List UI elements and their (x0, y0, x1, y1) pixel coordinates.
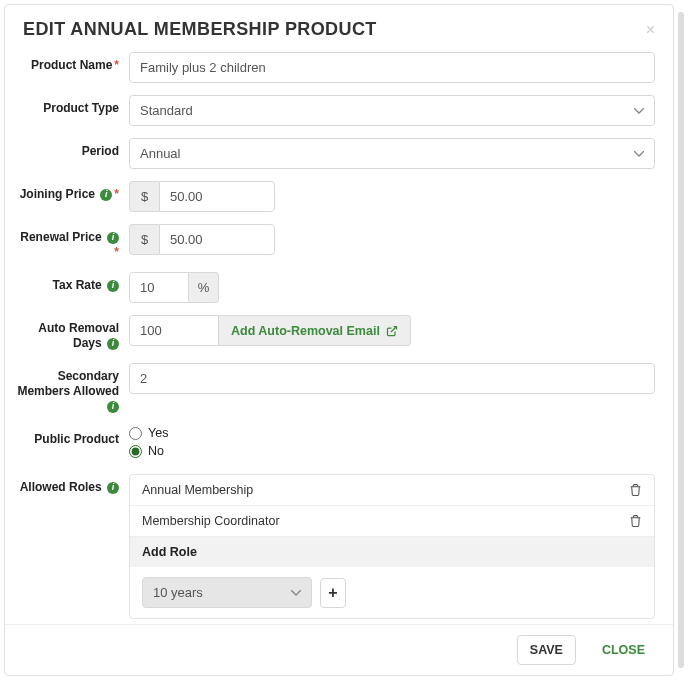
modal-body: Product Name* Product Type Standard Peri… (5, 52, 673, 624)
info-icon[interactable]: i (107, 401, 119, 413)
label-public-product: Public Product (17, 426, 129, 447)
period-select[interactable]: Annual (129, 138, 655, 169)
joining-price-input[interactable] (159, 181, 275, 212)
modal-header: EDIT ANNUAL MEMBERSHIP PRODUCT × (5, 5, 673, 52)
allowed-roles-box: Annual Membership Membership Coordinator… (129, 474, 655, 619)
scrollbar[interactable] (678, 12, 684, 668)
row-period: Period Annual (17, 138, 655, 169)
role-name: Annual Membership (142, 483, 253, 497)
role-row: Annual Membership (130, 475, 654, 506)
label-product-name: Product Name* (17, 52, 129, 73)
label-joining-price: Joining Price i* (17, 181, 129, 202)
row-joining-price: Joining Price i* $ (17, 181, 655, 212)
row-product-name: Product Name* (17, 52, 655, 83)
close-icon[interactable]: × (646, 22, 655, 38)
required-mark: * (114, 187, 119, 201)
label-allowed-roles: Allowed Roles i (17, 474, 129, 495)
trash-icon[interactable] (629, 483, 642, 497)
add-auto-removal-email-button[interactable]: Add Auto-Removal Email (219, 315, 411, 346)
required-mark: * (114, 58, 119, 72)
row-renewal-price: Renewal Price i* $ (17, 224, 655, 260)
label-period: Period (17, 138, 129, 159)
tax-rate-input[interactable] (129, 272, 189, 303)
add-role-header: Add Role (130, 537, 654, 567)
add-role-button[interactable]: + (320, 578, 346, 608)
row-allowed-roles: Allowed Roles i Annual Membership Member… (17, 474, 655, 619)
info-icon[interactable]: i (107, 482, 119, 494)
row-auto-removal: Auto Removal Days i Add Auto-Removal Ema… (17, 315, 655, 351)
label-secondary-members: Secondary Members Allowed i (17, 363, 129, 414)
label-renewal-price: Renewal Price i* (17, 224, 129, 260)
label-auto-removal: Auto Removal Days i (17, 315, 129, 351)
edit-membership-modal: EDIT ANNUAL MEMBERSHIP PRODUCT × Product… (4, 4, 674, 676)
required-mark: * (114, 245, 119, 259)
label-product-type: Product Type (17, 95, 129, 116)
row-tax-rate: Tax Rate i % (17, 272, 655, 303)
info-icon[interactable]: i (107, 338, 119, 350)
auto-removal-days-input[interactable] (129, 315, 219, 346)
info-icon[interactable]: i (107, 280, 119, 292)
role-row: Membership Coordinator (130, 506, 654, 537)
save-button[interactable]: SAVE (517, 635, 576, 665)
external-link-icon (386, 325, 398, 337)
percent-addon: % (189, 272, 219, 303)
modal-footer: SAVE CLOSE (5, 624, 673, 675)
renewal-price-input[interactable] (159, 224, 275, 255)
secondary-members-input[interactable] (129, 363, 655, 394)
modal-title: EDIT ANNUAL MEMBERSHIP PRODUCT (23, 19, 377, 40)
info-icon[interactable]: i (107, 232, 119, 244)
row-public-product: Public Product Yes No (17, 426, 655, 462)
row-secondary-members: Secondary Members Allowed i (17, 363, 655, 414)
add-role-select[interactable]: 10 years (142, 577, 312, 608)
product-type-select[interactable]: Standard (129, 95, 655, 126)
trash-icon[interactable] (629, 514, 642, 528)
info-icon[interactable]: i (100, 189, 112, 201)
add-role-body: 10 years + (130, 567, 654, 618)
label-tax-rate: Tax Rate i (17, 272, 129, 293)
product-name-input[interactable] (129, 52, 655, 83)
row-product-type: Product Type Standard (17, 95, 655, 126)
currency-addon: $ (129, 224, 159, 255)
public-no-radio[interactable]: No (129, 444, 655, 458)
currency-addon: $ (129, 181, 159, 212)
plus-icon: + (328, 584, 337, 602)
role-name: Membership Coordinator (142, 514, 280, 528)
close-button[interactable]: CLOSE (590, 635, 657, 665)
public-yes-radio[interactable]: Yes (129, 426, 655, 440)
